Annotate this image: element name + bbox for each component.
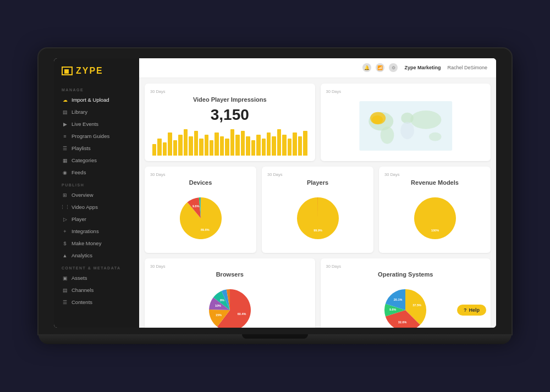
map-days-label: 30 Days [326,89,486,94]
notification-icon[interactable]: 🔔 [362,63,371,72]
sidebar-item-live-events[interactable]: ▶ Live Events [54,118,139,130]
settings-icon[interactable]: ⚙ [389,63,398,72]
list-icon: ≡ [62,133,68,140]
devices-pie-chart: 89.8%9.8% [176,194,226,243]
topbar-icons: 🔔 📶 ⚙ [362,63,398,72]
bar [230,129,234,156]
signal-icon[interactable]: 📶 [376,63,384,72]
sidebar-item-categories[interactable]: ▦ Categories [54,154,139,167]
tv-icon: ▤ [62,287,68,294]
sidebar-item-make-money[interactable]: $ Make Money [54,238,139,250]
bar [246,136,250,155]
sidebar-item-video-apps-label: Video Apps [72,204,98,210]
content-section-label: CONTENT & METADATA [54,262,139,272]
devices-pie-container: 89.8%9.8% [150,189,251,247]
revenue-pie-container: 100% [384,189,485,247]
help-button[interactable]: ? Help [457,305,486,316]
sidebar-item-library[interactable]: ▤ Library [54,106,139,118]
video-icon: ▶ [62,121,68,128]
bar [272,136,276,155]
bar [303,131,307,156]
publish-section-label: PUBLISH [54,179,139,189]
help-icon: ? [464,307,467,313]
bottom-three-row: 30 Days Devices 89.8%9.8% 30 Days Player… [145,167,491,253]
sidebar-item-integrations[interactable]: + Integrations [54,225,139,238]
bar [262,139,266,156]
integrations-icon: + [62,228,68,235]
bar [152,144,156,156]
players-card: 30 Days Players 99.9% [262,167,373,253]
sidebar-item-feeds[interactable]: ◉ Feeds [54,167,139,179]
browsers-pie-chart: 60.4%15%10%8% [205,285,255,328]
svg-text:15%: 15% [216,313,222,317]
svg-text:32.6%: 32.6% [398,320,407,323]
folder-icon: ▣ [62,275,68,281]
browsers-card: 30 Days Browsers 60.4%15%10%8% [145,258,315,328]
svg-point-7 [371,115,382,124]
play-icon: ▷ [62,216,68,223]
sidebar-item-contents[interactable]: ☰ Contents [54,296,139,308]
sidebar-item-library-label: Library [72,109,87,115]
svg-text:89.8%: 89.8% [200,228,209,231]
world-map-svg [326,101,486,151]
os-title: Operating Systems [326,271,486,278]
sidebar-item-import[interactable]: ☁ Import & Upload [54,94,139,106]
sidebar-item-channels-label: Channels [72,287,94,293]
impressions-days-label: 30 Days [150,89,310,94]
browsers-days-label: 30 Days [150,264,310,269]
revenue-days-label: 30 Days [384,172,485,177]
sidebar-item-channels[interactable]: ▤ Channels [54,284,139,296]
players-days-label: 30 Days [267,172,368,177]
sidebar-item-player[interactable]: ▷ Player [54,213,139,225]
revenue-pie-chart: 100% [410,194,460,243]
os-card: 30 Days Operating Systems 37.5%32.6%9.8%… [321,258,491,328]
grid-icon: ⊞ [62,192,68,198]
sidebar-item-categories-label: Categories [72,157,97,163]
devices-days-label: 30 Days [150,172,251,177]
bar [220,136,224,155]
sidebar-item-make-money-label: Make Money [72,240,101,246]
sidebar: ZYPE MANAGE ☁ Import & Upload ▤ Library … [54,58,139,328]
topbar-org: Zype Marketing [404,65,441,70]
svg-text:37.5%: 37.5% [413,303,422,306]
bar [157,139,161,156]
sidebar-item-program-guides[interactable]: ≡ Program Guides [54,130,139,142]
bar [235,135,239,156]
sidebar-item-player-label: Player [72,216,86,222]
topbar: 🔔 📶 ⚙ Zype Marketing Rachel DeSimone [139,58,496,78]
sidebar-item-playlists[interactable]: ☰ Playlists [54,142,139,154]
sidebar-item-analytics[interactable]: ▲ Analytics [54,250,139,262]
browsers-pie-container: 60.4%15%10%8% [150,281,310,328]
revenue-title: Revenue Models [384,179,485,186]
players-title: Players [267,179,368,186]
sidebar-item-assets[interactable]: ▣ Assets [54,272,139,284]
logo-text: ZYPE [76,66,103,76]
main-content: 🔔 📶 ⚙ Zype Marketing Rachel DeSimone 30 … [139,58,496,328]
rss-icon: ◉ [62,169,68,176]
bar [194,131,198,156]
impressions-bar-chart [150,128,310,156]
sidebar-item-video-apps[interactable]: ⋮⋮ Video Apps [54,201,139,213]
help-button-label: Help [469,307,480,313]
bar [178,135,182,156]
bar [293,132,296,155]
bar [267,132,271,155]
svg-point-5 [400,122,414,139]
bar [168,132,172,155]
players-pie-chart: 99.9% [293,194,343,243]
sidebar-item-overview[interactable]: ⊞ Overview [54,189,139,201]
map-card: 30 Days [321,84,491,161]
svg-point-3 [380,126,394,144]
topbar-user: Rachel DeSimone [447,65,487,70]
bar [215,132,218,155]
sidebar-item-program-guides-label: Program Guides [72,133,109,139]
bar [199,139,203,156]
revenue-card: 30 Days Revenue Models 100% [379,167,491,253]
svg-text:60.4%: 60.4% [238,312,246,315]
screen-bezel: ZYPE MANAGE ☁ Import & Upload ▤ Library … [38,48,512,334]
devices-title: Devices [150,179,251,186]
svg-text:10%: 10% [215,303,221,307]
apps-icon: ⋮⋮ [62,204,68,211]
bar [241,131,245,156]
svg-point-8 [428,132,441,141]
